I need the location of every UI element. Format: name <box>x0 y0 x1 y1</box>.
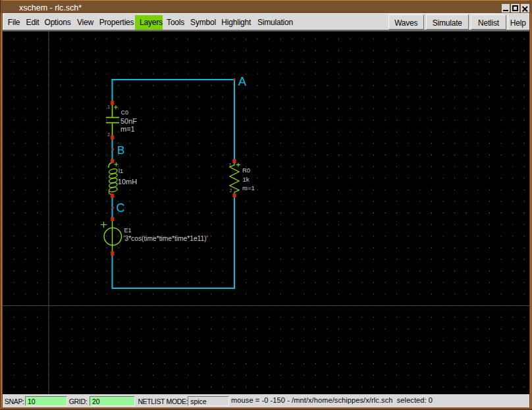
svg-text:m=1: m=1 <box>120 124 135 132</box>
svg-text:50nF: 50nF <box>120 117 137 125</box>
svg-text:B: B <box>117 143 124 156</box>
svg-text:10mH: 10mH <box>117 177 136 185</box>
svg-text:'3*cos(time*time*time*1e11)': '3*cos(time*time*time*1e11)' <box>123 234 207 242</box>
svg-text:C0: C0 <box>120 109 128 115</box>
svg-text:A: A <box>238 74 246 88</box>
svg-text:l1: l1 <box>119 168 123 174</box>
svg-text:1: 1 <box>228 162 231 167</box>
svg-text:1: 1 <box>107 104 110 109</box>
svg-text:C: C <box>116 201 124 214</box>
svg-text:m=1: m=1 <box>242 184 255 192</box>
svg-text:R0: R0 <box>242 166 250 173</box>
svg-text:1k: 1k <box>242 175 249 182</box>
svg-text:2: 2 <box>107 132 110 137</box>
svg-text:2: 2 <box>229 188 232 193</box>
svg-text:E1: E1 <box>124 226 131 233</box>
